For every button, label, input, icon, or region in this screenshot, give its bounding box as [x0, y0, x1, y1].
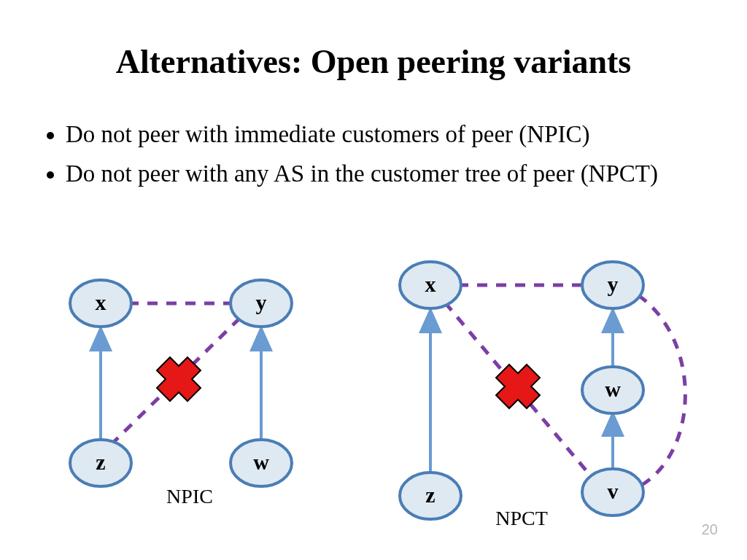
peer-edge-y-v: [638, 295, 685, 485]
node-y-label: y: [256, 290, 267, 314]
npic-caption: NPIC: [166, 485, 213, 508]
npct-caption: NPCT: [495, 507, 548, 529]
node-x-label: x: [96, 290, 107, 314]
node-x-label: x: [425, 272, 436, 296]
npic-diagram: x y z w NPIC: [36, 262, 350, 540]
node-y-label: y: [608, 272, 619, 296]
slide-title: Alternatives: Open peering variants: [0, 42, 747, 81]
bullet-list: Do not peer with immediate customers of …: [44, 120, 700, 198]
node-z-label: z: [425, 483, 435, 507]
npct-diagram: x y w v z NPCT: [365, 244, 729, 551]
slide: Alternatives: Open peering variants Do n…: [0, 0, 747, 560]
bullet-item: Do not peer with any AS in the customer …: [66, 160, 700, 189]
cross-icon: [496, 365, 540, 408]
node-w-label: w: [605, 377, 621, 401]
cross-icon: [157, 357, 201, 401]
page-number: 20: [702, 521, 718, 538]
node-v-label: v: [608, 479, 619, 503]
node-w-label: w: [253, 450, 269, 474]
node-z-label: z: [96, 450, 105, 474]
bullet-item: Do not peer with immediate customers of …: [66, 120, 700, 149]
